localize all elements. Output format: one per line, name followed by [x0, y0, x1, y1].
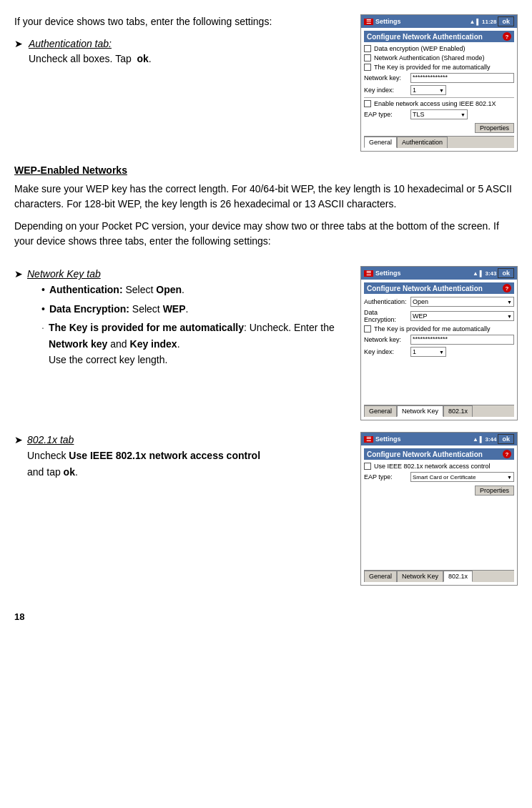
- auth-select-arrow: ▼: [507, 300, 512, 305]
- battery-icon-2: ▌: [480, 270, 484, 277]
- tab-8021x-3[interactable]: 802.1x: [443, 571, 473, 582]
- device2-ok-btn[interactable]: ok: [498, 268, 514, 278]
- key-index-label: Key index:: [364, 87, 410, 94]
- device2-encryption-row: Data Encryption: WEP ▼: [364, 309, 514, 323]
- auth-open-bold: Open: [156, 284, 182, 295]
- d2-key-checkbox[interactable]: [364, 325, 371, 332]
- tab-general-2[interactable]: General: [364, 405, 397, 417]
- ieee-label: Enable network access using IEEE 802.1X: [374, 100, 496, 107]
- device1-checkbox-2: The Key is provided for me automatically: [364, 64, 514, 71]
- device3-status: ▲ ▌ 3:44 ok: [473, 434, 514, 444]
- d3-eap-label: EAP type:: [364, 473, 410, 481]
- auth-tab-instruction: Uncheck all boxes. Tap ok.: [29, 53, 152, 64]
- network-key-input[interactable]: **************: [410, 73, 514, 83]
- device-screenshot-3: ☰ Settings ▲ ▌ 3:44 ok Configure Network…: [360, 432, 518, 586]
- device1-key-index-row: Key index: 1 ▼: [364, 85, 514, 95]
- sub-bullet-auth: • Authentication: Select Open.: [41, 282, 353, 297]
- page: If your device shows two tabs, enter the…: [14, 14, 518, 622]
- device2-body: Configure Network Authentication ? Authe…: [361, 280, 517, 420]
- select-arrow-icon: ▼: [439, 88, 444, 93]
- d3-ieee-label: Use IEEE 802.1x network access control: [374, 463, 491, 470]
- checkbox-network-auth[interactable]: [364, 54, 371, 61]
- time-display-3: 3:44: [485, 436, 496, 443]
- help-icon[interactable]: ?: [503, 32, 511, 41]
- bullet-dot-2: •: [41, 301, 45, 317]
- eap-type-label: EAP type:: [364, 111, 410, 118]
- wep-para-2: Depending on your Pocket PC version, you…: [14, 219, 518, 249]
- signal-icon-2: ▲: [473, 270, 478, 277]
- device2-network-key-row: Network key: **************: [364, 335, 514, 345]
- device2-title: Settings: [375, 270, 401, 277]
- eap-type-select[interactable]: TLS ▼: [410, 109, 468, 119]
- device3-eap-row: EAP type: Smart Card or Certificate ▼: [364, 472, 514, 482]
- auth-tab-content: Authentication tab: Uncheck all boxes. T…: [29, 36, 152, 66]
- wep-bold: WEP: [163, 303, 186, 315]
- device3-ok-btn[interactable]: ok: [498, 434, 514, 444]
- tab-8021x-2[interactable]: 802.1x: [443, 405, 473, 417]
- d3-eap-arrow: ▼: [507, 475, 512, 480]
- d2-auth-select[interactable]: Open ▼: [410, 297, 514, 307]
- battery-icon-3: ▌: [480, 436, 484, 443]
- windows-icon-3: ☰: [364, 436, 373, 443]
- tab-authentication-1[interactable]: Authentication: [397, 137, 448, 148]
- 8021x-instruction2: and tap: [27, 466, 61, 478]
- d3-eap-select[interactable]: Smart Card or Certificate ▼: [410, 472, 514, 482]
- device3-empty-area: [364, 496, 514, 567]
- wep-title: WEP-Enabled Networks: [14, 164, 518, 176]
- device2-titlebar: ☰ Settings ▲ ▌ 3:43 ok: [361, 267, 517, 280]
- device2-auth-row: Authentication: Open ▼: [364, 297, 514, 307]
- properties-btn-1[interactable]: Properties: [475, 123, 514, 133]
- d2-enc-select[interactable]: WEP ▼: [410, 311, 514, 321]
- device3-title: Settings: [375, 435, 401, 443]
- device2-keyindex-row: Key index: 1 ▼: [364, 347, 514, 357]
- page-number: 18: [14, 611, 518, 622]
- eap-select-arrow: ▼: [460, 112, 466, 117]
- tab-general-1[interactable]: General: [364, 137, 397, 148]
- device2-empty-area: [364, 359, 514, 402]
- d3-ieee-checkbox[interactable]: [364, 463, 371, 470]
- ok-bold: ok: [137, 53, 149, 64]
- checkbox-label-2: The Key is provided for me automatically: [374, 64, 491, 71]
- device3-ieee-row: Use IEEE 802.1x network access control: [364, 463, 514, 470]
- checkbox-label-0: Data encryption (WEP Enabled): [374, 45, 465, 52]
- device1-ok-btn[interactable]: ok: [498, 16, 514, 26]
- time-display-2: 3:43: [485, 270, 496, 277]
- checkbox-data-encryption[interactable]: [364, 45, 371, 52]
- 8021x-section: ➤ 802.1x tab Uncheck Use IEEE 802.1x net…: [14, 432, 518, 586]
- d2-keyidx-select[interactable]: 1 ▼: [410, 347, 446, 357]
- sub-bullet-key: · The Key is provided for me automatical…: [41, 320, 353, 368]
- key-provided-bold: The Key is provided for me automatically: [49, 322, 244, 333]
- d2-netkey-input[interactable]: **************: [410, 335, 514, 345]
- checkbox-key-provided[interactable]: [364, 64, 371, 71]
- key-index-bold: Key index: [130, 338, 177, 350]
- enc-select-arrow: ▼: [507, 314, 512, 319]
- properties-btn-3[interactable]: Properties: [475, 486, 514, 496]
- device2-header: Configure Network Authentication ?: [364, 282, 514, 294]
- wep-section: WEP-Enabled Networks Make sure your WEP …: [14, 164, 518, 256]
- d2-keyidx-label: Key index:: [364, 348, 410, 355]
- windows-icon: ☰: [364, 19, 373, 25]
- checkbox-ieee[interactable]: [364, 100, 371, 107]
- arrow-icon-2: ➤: [14, 266, 23, 370]
- network-key-tab-label: Network Key tab: [27, 268, 101, 280]
- tab-general-3[interactable]: General: [364, 571, 397, 582]
- arrow-icon-3: ➤: [14, 432, 23, 480]
- wep-para-1: Make sure your WEP key has the correct l…: [14, 182, 518, 212]
- device-screenshot-2: ☰ Settings ▲ ▌ 3:43 ok Configure Network…: [360, 266, 518, 420]
- battery-icon: ▌: [476, 19, 481, 25]
- device1-ieee-row: Enable network access using IEEE 802.1X: [364, 100, 514, 107]
- device1-network-key-row: Network key: **************: [364, 73, 514, 83]
- auth-tab-bullet: ➤ Authentication tab: Uncheck all boxes.…: [14, 36, 353, 66]
- help-icon-3[interactable]: ?: [503, 450, 511, 458]
- device-screenshot-1: ☰ Settings ▲ ▌ 11:28 ok Configure Networ…: [360, 14, 518, 152]
- d2-netkey-label: Network key:: [364, 336, 410, 343]
- device2-key-checkbox-row: The Key is provided for me automatically: [364, 325, 514, 332]
- auth-bold-label: Authentication:: [49, 284, 123, 295]
- help-icon-2[interactable]: ?: [503, 284, 511, 292]
- signal-icon: ▲: [469, 19, 475, 25]
- tab-network-key-3[interactable]: Network Key: [397, 571, 443, 582]
- network-key-text: ➤ Network Key tab • Authentication: Sele…: [14, 266, 353, 420]
- 8021x-instruction: Uncheck: [27, 450, 66, 461]
- tab-network-key-2[interactable]: Network Key: [397, 405, 443, 417]
- key-index-select[interactable]: 1 ▼: [410, 85, 446, 95]
